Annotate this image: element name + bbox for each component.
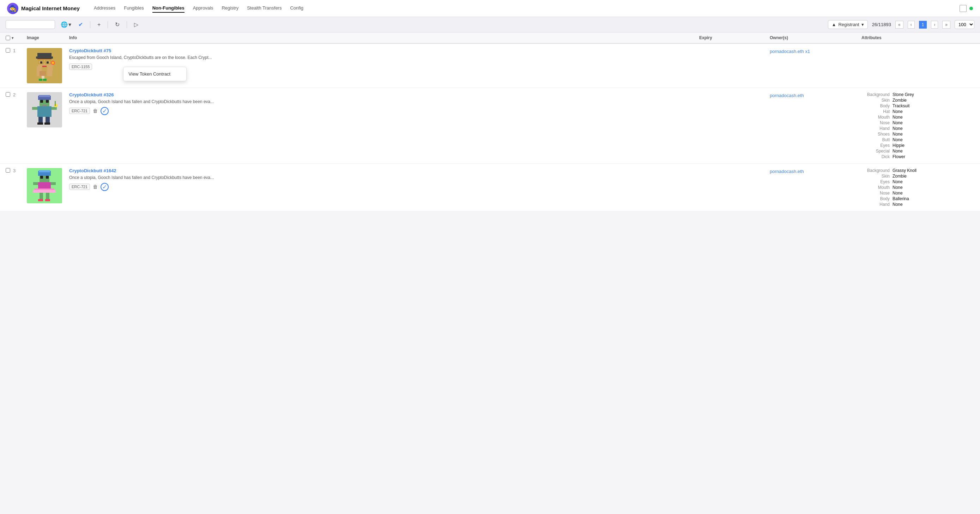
svg-rect-39 bbox=[40, 176, 43, 179]
svg-rect-51 bbox=[51, 182, 56, 185]
attr-row-dick: Dick Flower bbox=[861, 154, 974, 159]
row2-number: 2 bbox=[13, 92, 16, 97]
row1-context-menu: View Token Contract bbox=[123, 67, 187, 81]
row3-select: 3 bbox=[6, 168, 27, 173]
svg-rect-30 bbox=[51, 107, 57, 110]
nav-addresses[interactable]: Addresses bbox=[94, 4, 115, 13]
row2-checkbox[interactable] bbox=[6, 92, 10, 97]
col-header-checkbox: ▾ bbox=[6, 35, 27, 40]
table-body: 1 bbox=[0, 44, 980, 211]
dropdown-icon: ▾ bbox=[68, 21, 71, 28]
row3-number: 3 bbox=[13, 168, 16, 173]
row1-checkbox[interactable] bbox=[6, 48, 10, 53]
row2-owner-link[interactable]: pornadocash.eth bbox=[770, 93, 804, 98]
row2-attrs-cell: Background Stone Grey Skin Zombie Body T… bbox=[861, 92, 974, 159]
row1-nft-title[interactable]: CryptoDickbutt #75 bbox=[69, 48, 694, 53]
row3-owner-link[interactable]: pornadocash.eth bbox=[770, 169, 804, 174]
svg-rect-34 bbox=[46, 117, 50, 123]
svg-rect-15 bbox=[43, 62, 46, 62]
attr-row-nose: Nose None bbox=[861, 191, 974, 196]
nav-registry[interactable]: Registry bbox=[221, 4, 239, 13]
row3-delete-button[interactable]: 🗑 bbox=[93, 184, 98, 190]
row2-owner-cell: pornadocash.eth bbox=[770, 92, 861, 98]
svg-rect-35 bbox=[37, 123, 43, 125]
separator-3 bbox=[127, 21, 127, 28]
row2-badge-row: ERC-721 🗑 ✓ bbox=[69, 108, 694, 114]
plus-icon: + bbox=[97, 22, 100, 28]
nav-fungibles[interactable]: Fungibles bbox=[124, 4, 143, 13]
separator-2 bbox=[108, 21, 108, 28]
svg-rect-19 bbox=[39, 79, 42, 81]
nav-stealth-transfers[interactable]: Stealth Transfers bbox=[247, 4, 282, 13]
attr-row-background: Background Stone Grey bbox=[861, 92, 974, 97]
row1-owner-cell: pornadocash.eth x1 bbox=[770, 48, 861, 54]
row1-select: 1 bbox=[6, 48, 27, 53]
separator-1 bbox=[90, 21, 90, 28]
logo-avatar: 🧙 bbox=[7, 3, 18, 14]
attr-row-body: Body Tracksuit bbox=[861, 104, 974, 109]
connection-status-dot bbox=[969, 7, 973, 10]
svg-rect-25 bbox=[42, 105, 46, 106]
add-button[interactable]: + bbox=[96, 21, 102, 29]
search-input[interactable]: cryptodick bbox=[6, 20, 55, 29]
view-token-contract-item[interactable]: View Token Contract bbox=[124, 69, 186, 80]
svg-rect-45 bbox=[33, 190, 56, 193]
svg-rect-4 bbox=[40, 61, 42, 64]
col-header-image: Image bbox=[27, 35, 69, 40]
row3-checkbox[interactable] bbox=[6, 168, 10, 172]
row2-nft-image bbox=[27, 92, 62, 128]
header: 🧙 Magical Internet Money Addresses Fungi… bbox=[0, 0, 980, 17]
col-header-info: Info bbox=[69, 35, 699, 40]
svg-rect-28 bbox=[37, 106, 51, 117]
row2-delete-button[interactable]: 🗑 bbox=[93, 108, 98, 114]
sort-direction-icon: ▲ bbox=[832, 22, 837, 27]
row1-owner-link[interactable]: pornadocash.eth x1 bbox=[770, 49, 810, 54]
last-page-button[interactable]: » bbox=[942, 21, 950, 29]
svg-rect-23 bbox=[40, 100, 43, 103]
attr-row-mouth: Mouth None bbox=[861, 185, 974, 190]
attr-row-butt: Butt None bbox=[861, 137, 974, 142]
network-selector-button[interactable]: 🌐 ▾ bbox=[59, 21, 73, 29]
registrant-sort-button[interactable]: ▲ Registrant ▾ bbox=[828, 20, 868, 29]
attr-row-special: Special None bbox=[861, 148, 974, 153]
window-icon[interactable] bbox=[959, 5, 967, 12]
row1-nft-svg bbox=[27, 48, 62, 83]
nav-non-fungibles[interactable]: Non-Fungibles bbox=[153, 4, 185, 13]
attr-row-skin: Skin Zombie bbox=[861, 98, 974, 103]
svg-rect-10 bbox=[41, 76, 45, 79]
svg-rect-42 bbox=[39, 170, 50, 172]
verify-button[interactable]: ✔ bbox=[77, 21, 84, 29]
row1-info-cell: CryptoDickbutt #75 Escaped from Gooch Is… bbox=[69, 48, 699, 70]
row1-token-standard-badge: ERC-1155 bbox=[69, 64, 92, 70]
row2-nft-desc: Once a utopia, Gooch Island has fallen a… bbox=[69, 99, 694, 105]
main-nav: Addresses Fungibles Non-Fungibles Approv… bbox=[94, 4, 959, 13]
svg-rect-20 bbox=[43, 79, 46, 81]
select-all-checkbox[interactable] bbox=[6, 36, 10, 40]
attr-row-hand: Hand None bbox=[861, 126, 974, 131]
row3-nft-image bbox=[27, 168, 62, 203]
row3-verify-button[interactable]: ✓ bbox=[100, 184, 109, 190]
next-page-button[interactable]: › bbox=[931, 21, 938, 29]
check-circle-icon: ✔ bbox=[78, 21, 83, 28]
row2-nft-svg bbox=[27, 92, 62, 128]
col-header-attributes: Attributes bbox=[861, 35, 974, 40]
attr-row-body: Body Ballerina bbox=[861, 196, 974, 201]
trash-icon: 🗑 bbox=[93, 184, 98, 190]
svg-rect-29 bbox=[32, 107, 37, 110]
row3-nft-title[interactable]: CryptoDickbutt #1642 bbox=[69, 168, 694, 173]
nav-config[interactable]: Config bbox=[290, 4, 303, 13]
first-page-button[interactable]: « bbox=[895, 21, 904, 29]
row2-nft-title[interactable]: CryptoDickbutt #326 bbox=[69, 92, 694, 97]
row2-verify-button[interactable]: ✓ bbox=[100, 108, 109, 114]
svg-rect-50 bbox=[33, 182, 38, 185]
refresh-button[interactable]: ↻ bbox=[114, 21, 121, 29]
nav-approvals[interactable]: Approvals bbox=[193, 4, 213, 13]
row1-badge-row: ERC-1155 View Token Contract bbox=[69, 64, 694, 70]
row2-token-standard-badge: ERC-721 bbox=[69, 108, 90, 114]
play-button[interactable]: ▷ bbox=[133, 21, 140, 29]
current-page-button[interactable]: 1 bbox=[919, 21, 927, 29]
table-header: ▾ Image Info Expiry Owner(s) Attributes bbox=[0, 32, 980, 44]
table-row: 2 bbox=[0, 88, 980, 164]
per-page-select[interactable]: 100 50 25 bbox=[955, 20, 974, 29]
prev-page-button[interactable]: ‹ bbox=[908, 21, 915, 29]
